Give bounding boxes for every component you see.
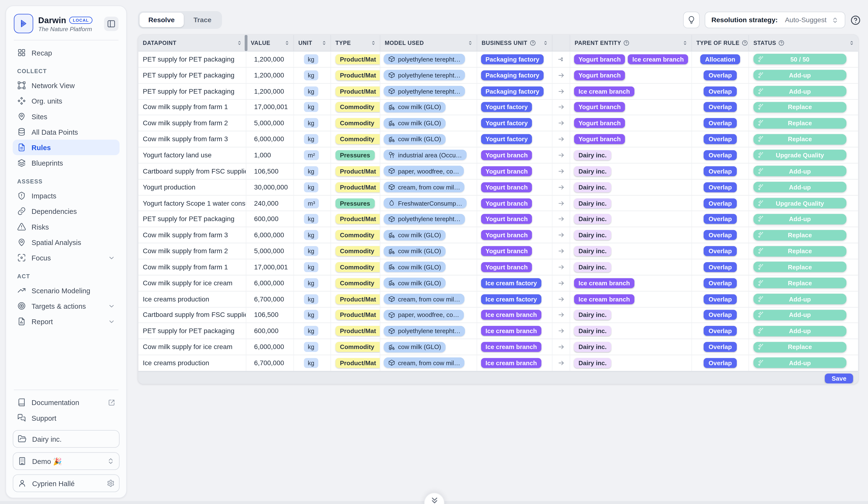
status-badge[interactable]: Add-up xyxy=(754,326,847,336)
sidebar-item-dependencies[interactable]: Dependencies xyxy=(13,203,120,219)
table-row[interactable]: PET supply for PET packaging1,200,000kgP… xyxy=(138,83,858,99)
rule-badge[interactable]: Overlap xyxy=(704,198,737,208)
model-chip[interactable]: polyethylene terepht… xyxy=(384,54,465,65)
status-badge[interactable]: Add-up xyxy=(754,214,847,224)
status-badge[interactable]: Add-up xyxy=(754,310,847,320)
status-badge[interactable]: Upgrade Quality xyxy=(754,198,847,209)
column-header-datapoint[interactable]: DATAPOINT xyxy=(138,35,246,51)
rule-badge[interactable]: Allocation xyxy=(700,54,741,64)
gear-icon[interactable] xyxy=(107,480,114,487)
model-chip[interactable]: paper, woodfree, co… xyxy=(384,310,464,320)
sidebar-item-all-data-points[interactable]: All Data Points xyxy=(13,124,120,140)
rule-badge[interactable]: Overlap xyxy=(704,150,737,160)
sidebar-item-targets-actions[interactable]: Targets & actions xyxy=(13,298,120,314)
workspace-selector[interactable]: Dairy inc. xyxy=(13,430,120,448)
column-header-flow[interactable] xyxy=(552,35,570,51)
model-chip[interactable]: cow milk (GLO) xyxy=(384,342,446,352)
sidebar-item-support[interactable]: Support xyxy=(13,410,120,425)
column-header-type-of-rule[interactable]: TYPE OF RULE xyxy=(692,35,749,51)
collapse-sidebar-button[interactable] xyxy=(104,17,118,31)
rule-badge[interactable]: Overlap xyxy=(704,278,737,288)
status-badge[interactable]: Add-up xyxy=(754,294,847,304)
model-chip[interactable]: cow milk (GLO) xyxy=(384,278,446,289)
table-row[interactable]: Yogurt production30,000,000kgProduct/Mat… xyxy=(138,179,858,195)
status-badge[interactable]: Add-up xyxy=(754,70,847,81)
rule-badge[interactable]: Overlap xyxy=(704,118,737,128)
table-row[interactable]: Cow milk supply from farm 36,000,000kgCo… xyxy=(138,228,858,243)
sidebar-item-rules[interactable]: Rules xyxy=(13,140,120,155)
model-chip[interactable]: cream, from cow mil… xyxy=(384,294,465,304)
model-chip[interactable]: FreshwaterConsump… xyxy=(384,198,467,209)
table-row[interactable]: Cow milk supply from farm 36,000,000kgCo… xyxy=(138,132,858,148)
status-badge[interactable]: 50 / 50 xyxy=(754,54,847,65)
column-header-parent-entity[interactable]: PARENT ENTITY xyxy=(570,35,692,51)
status-badge[interactable]: Replace xyxy=(754,134,847,144)
help-circle-icon[interactable] xyxy=(623,40,630,46)
rule-badge[interactable]: Overlap xyxy=(704,246,737,256)
column-header-business-unit[interactable]: BUSINESS UNIT xyxy=(477,35,552,51)
status-badge[interactable]: Replace xyxy=(754,230,847,240)
table-row[interactable]: Cow milk supply from farm 25,000,000kgCo… xyxy=(138,243,858,259)
help-button[interactable] xyxy=(850,15,861,26)
model-chip[interactable]: polyethylene terepht… xyxy=(384,86,465,97)
rule-badge[interactable]: Overlap xyxy=(704,102,737,112)
model-chip[interactable]: polyethylene terepht… xyxy=(384,326,465,336)
model-chip[interactable]: polyethylene terepht… xyxy=(384,214,465,224)
column-header-model-used[interactable]: MODEL USED xyxy=(380,35,477,51)
status-badge[interactable]: Replace xyxy=(754,246,847,256)
model-chip[interactable]: cow milk (GLO) xyxy=(384,246,446,256)
status-badge[interactable]: Add-up xyxy=(754,86,847,97)
sidebar-item-blueprints[interactable]: Blueprints xyxy=(13,155,120,171)
save-button[interactable]: Save xyxy=(825,373,853,383)
rule-badge[interactable]: Overlap xyxy=(704,358,737,368)
table-row[interactable]: Cartboard supply from FSC supplier106,50… xyxy=(138,163,858,179)
model-chip[interactable]: cream, from cow mil… xyxy=(384,182,465,192)
rule-badge[interactable]: Overlap xyxy=(704,262,737,272)
rule-badge[interactable]: Overlap xyxy=(704,214,737,224)
model-chip[interactable]: cow milk (GLO) xyxy=(384,102,446,112)
sidebar-item-report[interactable]: Report xyxy=(13,314,120,329)
tab-trace[interactable]: Trace xyxy=(185,13,220,27)
rule-badge[interactable]: Overlap xyxy=(704,182,737,192)
rule-badge[interactable]: Overlap xyxy=(704,86,737,96)
model-chip[interactable]: cow milk (GLO) xyxy=(384,118,446,129)
table-row[interactable]: PET supply for PET packaging600,000kgPro… xyxy=(138,323,858,339)
column-header-value[interactable]: VALUE xyxy=(246,35,294,51)
status-badge[interactable]: Replace xyxy=(754,342,847,352)
rule-badge[interactable]: Overlap xyxy=(704,342,737,352)
table-row[interactable]: PET supply for PET packaging1,200,000kgP… xyxy=(138,52,858,68)
sidebar-item-focus[interactable]: Focus xyxy=(13,250,120,265)
table-row[interactable]: Ice creams production6,700,000kgProduct/… xyxy=(138,355,858,371)
table-row[interactable]: Cow milk supply from farm 117,000,001kgC… xyxy=(138,99,858,115)
column-header-unit[interactable]: UNIT xyxy=(294,35,331,51)
table-row[interactable]: Cow milk supply for ice cream6,000,000kg… xyxy=(138,339,858,355)
sidebar-item-network-view[interactable]: Network View xyxy=(13,78,120,93)
table-row[interactable]: Cow milk supply from farm 25,000,000kgCo… xyxy=(138,115,858,131)
resolution-strategy-select[interactable]: Resolution strategy: Auto-Suggest xyxy=(705,12,845,28)
help-circle-icon[interactable] xyxy=(778,40,784,46)
table-row[interactable]: Cow milk supply from farm 117,000,001kgC… xyxy=(138,259,858,275)
tab-resolve[interactable]: Resolve xyxy=(140,13,184,27)
status-badge[interactable]: Replace xyxy=(754,278,847,289)
rule-badge[interactable]: Overlap xyxy=(704,134,737,144)
table-row[interactable]: Yogurt factory Scope 1 water consu240,00… xyxy=(138,195,858,211)
model-chip[interactable]: cow milk (GLO) xyxy=(384,230,446,240)
sidebar-item-scenario-modeling[interactable]: Scenario Modeling xyxy=(13,283,120,298)
scroll-more-button[interactable] xyxy=(424,493,445,504)
organization-selector[interactable]: Demo 🎉 xyxy=(13,452,120,470)
sidebar-item-sites[interactable]: Sites xyxy=(13,109,120,124)
table-row[interactable]: Yogurt factory land use1,000m²Pressuresi… xyxy=(138,148,858,163)
status-badge[interactable]: Replace xyxy=(754,262,847,273)
suggestions-button[interactable] xyxy=(683,12,700,28)
column-header-status[interactable]: STATUS xyxy=(749,35,858,51)
rule-badge[interactable]: Overlap xyxy=(704,70,737,80)
sidebar-item-recap[interactable]: Recap xyxy=(13,45,120,60)
table-row[interactable]: Cow milk supply for ice cream6,000,000kg… xyxy=(138,275,858,291)
model-chip[interactable]: industrial area (Occu… xyxy=(384,150,466,161)
status-badge[interactable]: Add-up xyxy=(754,182,847,192)
rule-badge[interactable]: Overlap xyxy=(704,326,737,336)
status-badge[interactable]: Upgrade Quality xyxy=(754,150,847,161)
model-chip[interactable]: cow milk (GLO) xyxy=(384,134,446,144)
column-resize-handle[interactable] xyxy=(245,35,247,51)
table-row[interactable]: Cartboard supply from FSC supplier106,50… xyxy=(138,307,858,323)
